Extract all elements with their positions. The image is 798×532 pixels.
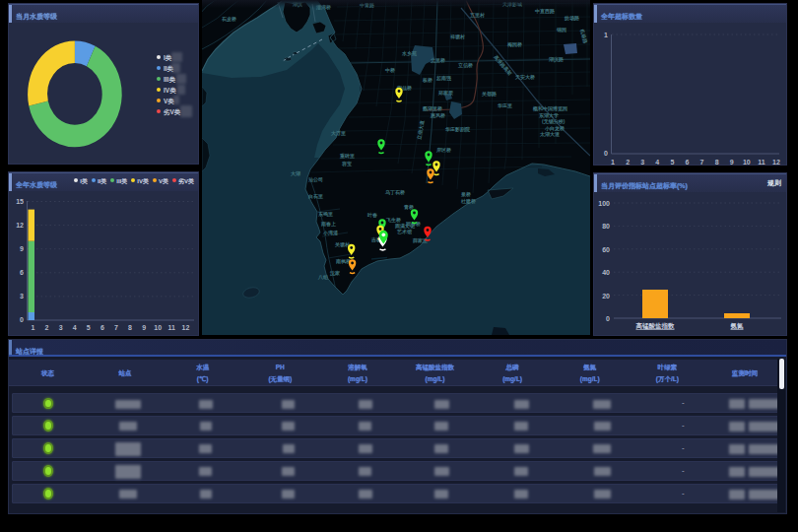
svg-text:小湾浦: 小湾浦 — [322, 230, 338, 236]
svg-text:12: 12 — [772, 159, 780, 166]
svg-text:纺场路: 纺场路 — [564, 15, 580, 22]
svg-text:6: 6 — [100, 324, 104, 331]
svg-text:5: 5 — [87, 324, 91, 331]
svg-text:IV类: IV类 — [164, 87, 176, 95]
svg-text:重砖里: 重砖里 — [339, 153, 355, 159]
svg-text:概和中国博览园: 概和中国博览园 — [532, 105, 567, 112]
svg-text:2: 2 — [626, 159, 630, 166]
svg-text:沈家: 沈家 — [329, 270, 340, 277]
svg-text:岸区桥: 岸区桥 — [435, 147, 452, 153]
svg-text:3: 3 — [640, 159, 644, 166]
svg-text:中直西路: 中直西路 — [535, 8, 556, 15]
svg-text:6: 6 — [686, 159, 690, 166]
svg-text:2: 2 — [45, 324, 49, 331]
svg-text:4: 4 — [655, 159, 659, 166]
svg-text:7: 7 — [114, 324, 118, 331]
svg-text:郑家亲: 郑家亲 — [437, 90, 453, 97]
svg-text:南春上: 南春上 — [320, 221, 336, 228]
svg-text:五里村: 五里村 — [469, 12, 485, 19]
svg-text:石皮桥: 石皮桥 — [221, 16, 237, 23]
svg-text:80: 80 — [602, 223, 610, 230]
svg-text:艺术馆: 艺术馆 — [396, 229, 412, 235]
svg-text:8: 8 — [715, 159, 719, 166]
svg-text:III类: III类 — [164, 76, 175, 84]
svg-text:叶春: 叶春 — [367, 212, 378, 219]
svg-text:(无锡分校): (无锡分校) — [542, 118, 565, 125]
svg-text:1: 1 — [611, 159, 615, 166]
svg-text:太湖大道: 太湖大道 — [539, 131, 561, 137]
svg-text:大浮里: 大浮里 — [331, 130, 346, 137]
svg-text:0: 0 — [604, 150, 608, 157]
svg-text:八组: 八组 — [317, 274, 329, 280]
svg-text:3: 3 — [20, 293, 24, 299]
svg-text:氨氮: 氨氮 — [730, 322, 745, 330]
svg-text:惠风桥: 惠风桥 — [430, 112, 446, 119]
svg-text:容宝: 容宝 — [341, 161, 352, 167]
svg-text:9: 9 — [20, 245, 24, 252]
svg-text:立信桥: 立信桥 — [457, 62, 474, 69]
svg-text:9: 9 — [730, 159, 734, 166]
svg-text:白石里: 白石里 — [308, 193, 323, 200]
svg-text:东鸣里: 东鸣里 — [317, 211, 333, 218]
svg-text:6: 6 — [20, 269, 24, 276]
svg-text:40: 40 — [602, 269, 610, 276]
svg-text:社建桥: 社建桥 — [460, 198, 477, 205]
svg-text:0: 0 — [606, 315, 610, 322]
svg-text:8: 8 — [128, 324, 132, 331]
svg-text:汕公司: 汕公司 — [308, 176, 323, 183]
svg-text:60: 60 — [602, 246, 610, 253]
svg-text:劣V类: 劣V类 — [163, 108, 181, 116]
svg-text:12: 12 — [16, 222, 24, 229]
svg-text:0: 0 — [20, 316, 24, 323]
svg-text:7: 7 — [700, 159, 704, 166]
svg-text:蠡湖里桥: 蠡湖里桥 — [422, 105, 443, 111]
svg-text:祥塘村: 祥塘村 — [449, 33, 465, 40]
svg-text:1: 1 — [32, 324, 35, 331]
svg-text:1: 1 — [604, 32, 608, 38]
svg-text:水乡苑: 水乡苑 — [401, 50, 417, 57]
svg-text:10: 10 — [743, 159, 751, 166]
svg-text:11: 11 — [758, 159, 765, 166]
svg-text:12: 12 — [182, 324, 190, 331]
svg-text:11: 11 — [168, 324, 176, 331]
svg-text:吴塘村: 吴塘村 — [334, 241, 350, 248]
svg-text:梅园桥: 梅园桥 — [506, 41, 523, 48]
svg-text:5: 5 — [670, 159, 674, 166]
svg-text:15: 15 — [16, 198, 24, 205]
svg-text:中桥: 中桥 — [385, 67, 396, 73]
svg-text:锦园: 锦园 — [556, 27, 566, 33]
svg-text:20: 20 — [602, 293, 610, 299]
svg-text:大湖: 大湖 — [291, 170, 300, 176]
svg-text:吴都路: 吴都路 — [481, 91, 498, 98]
svg-text:泉桥: 泉桥 — [460, 191, 472, 198]
svg-text:9: 9 — [142, 324, 146, 331]
svg-text:板桥: 板桥 — [422, 77, 433, 83]
svg-text:10: 10 — [154, 324, 162, 331]
svg-text:华庄影剧院: 华庄影剧院 — [444, 126, 470, 133]
svg-text:100: 100 — [598, 200, 610, 207]
svg-text:4: 4 — [73, 324, 77, 331]
svg-text:北里桥: 北里桥 — [430, 57, 446, 64]
svg-text:湖滨路: 湖滨路 — [548, 56, 565, 63]
svg-text:乌丁石桥: 乌丁石桥 — [384, 189, 406, 196]
svg-text:高锰酸盐指数: 高锰酸盐指数 — [636, 322, 676, 330]
svg-text:天安大桥: 天安大桥 — [514, 74, 536, 80]
svg-text:3: 3 — [59, 324, 63, 331]
svg-text:华庄里: 华庄里 — [497, 102, 512, 108]
svg-text:起南强: 起南强 — [435, 75, 452, 82]
